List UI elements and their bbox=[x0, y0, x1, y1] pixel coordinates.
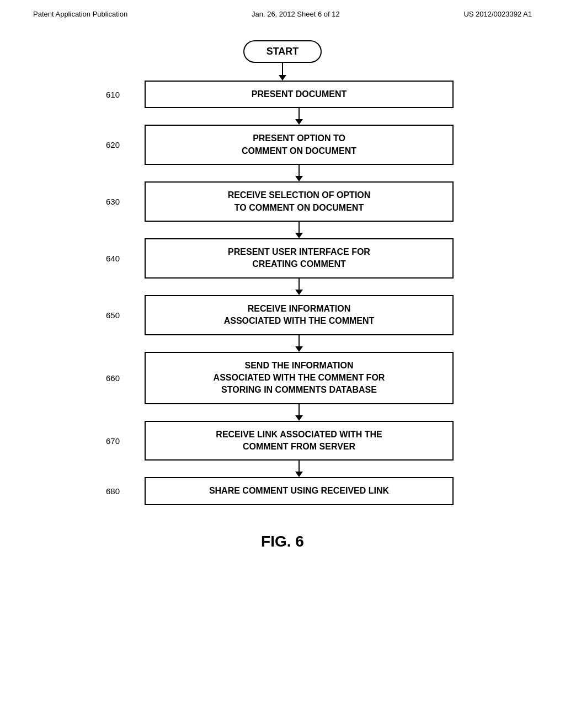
step-row-680: 680SHARE COMMENT USING RECEIVED LINK bbox=[89, 477, 476, 505]
header-center: Jan. 26, 2012 Sheet 6 of 12 bbox=[252, 10, 340, 18]
process-box-640: PRESENT USER INTERFACE FOR CREATING COMM… bbox=[145, 238, 454, 279]
flowchart-diagram: START 610PRESENT DOCUMENT620PRESENT OPTI… bbox=[0, 24, 565, 505]
process-box-610: PRESENT DOCUMENT bbox=[145, 81, 454, 108]
arrow-2 bbox=[145, 165, 454, 181]
arrow-6 bbox=[145, 404, 454, 421]
figure-caption: FIG. 6 bbox=[0, 533, 565, 550]
arrow-1 bbox=[145, 108, 454, 125]
step-label-630: 630 bbox=[84, 197, 125, 206]
step-label-620: 620 bbox=[84, 140, 125, 149]
arrow-5 bbox=[145, 335, 454, 352]
step-label-680: 680 bbox=[84, 486, 125, 496]
step-label-660: 660 bbox=[84, 373, 125, 383]
arrow-4 bbox=[145, 279, 454, 295]
arrow-3 bbox=[145, 222, 454, 238]
process-box-670: RECEIVE LINK ASSOCIATED WITH THE COMMENT… bbox=[145, 421, 454, 461]
step-row-650: 650RECEIVE INFORMATION ASSOCIATED WITH T… bbox=[89, 295, 476, 335]
page-header: Patent Application Publication Jan. 26, … bbox=[0, 0, 565, 24]
process-box-680: SHARE COMMENT USING RECEIVED LINK bbox=[145, 477, 454, 505]
arrow-0 bbox=[279, 63, 286, 81]
step-label-670: 670 bbox=[84, 436, 125, 446]
step-label-640: 640 bbox=[84, 254, 125, 263]
process-box-630: RECEIVE SELECTION OF OPTION TO COMMENT O… bbox=[145, 181, 454, 222]
process-box-620: PRESENT OPTION TO COMMENT ON DOCUMENT bbox=[145, 125, 454, 165]
step-label-610: 610 bbox=[84, 90, 125, 99]
header-left: Patent Application Publication bbox=[33, 10, 127, 18]
arrow-7 bbox=[145, 461, 454, 477]
step-row-660: 660SEND THE INFORMATION ASSOCIATED WITH … bbox=[89, 352, 476, 404]
step-row-620: 620PRESENT OPTION TO COMMENT ON DOCUMENT bbox=[89, 125, 476, 165]
header-right: US 2012/0023392 A1 bbox=[463, 10, 532, 18]
step-row-670: 670RECEIVE LINK ASSOCIATED WITH THE COMM… bbox=[89, 421, 476, 461]
step-row-630: 630RECEIVE SELECTION OF OPTION TO COMMEN… bbox=[89, 181, 476, 222]
process-box-660: SEND THE INFORMATION ASSOCIATED WITH THE… bbox=[145, 352, 454, 404]
step-row-640: 640PRESENT USER INTERFACE FOR CREATING C… bbox=[89, 238, 476, 279]
start-terminal: START bbox=[243, 40, 322, 63]
process-box-650: RECEIVE INFORMATION ASSOCIATED WITH THE … bbox=[145, 295, 454, 335]
step-label-650: 650 bbox=[84, 311, 125, 320]
step-row-610: 610PRESENT DOCUMENT bbox=[89, 81, 476, 108]
